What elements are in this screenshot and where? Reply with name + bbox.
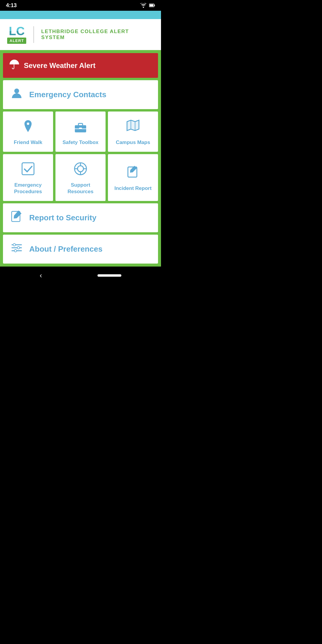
- home-indicator[interactable]: [97, 274, 121, 277]
- location-pin-icon: [21, 119, 35, 136]
- report-security-button[interactable]: Report to Security: [3, 203, 158, 232]
- toolbox-icon: [73, 119, 88, 136]
- status-icons: [140, 3, 155, 8]
- umbrella-icon: [9, 59, 20, 72]
- svg-point-3: [14, 89, 19, 93]
- emergency-procedures-label: Emergency Procedures: [7, 182, 49, 195]
- safety-toolbox-button[interactable]: Safety Toolbox: [55, 112, 106, 152]
- checkbox-icon: [21, 161, 35, 178]
- map-icon: [126, 119, 140, 136]
- emergency-contacts-button[interactable]: Emergency Contacts: [3, 80, 158, 109]
- edit-icon: [126, 165, 140, 182]
- app-screen: 4:13 LC ALERT LETHBRIDGE COLLEGE ALERT S…: [0, 0, 161, 284]
- about-preferences-label: About / Preferences: [29, 244, 103, 254]
- emergency-procedures-button[interactable]: Emergency Procedures: [3, 154, 53, 201]
- logo-box: LC ALERT: [7, 25, 26, 44]
- sliders-icon: [10, 241, 23, 257]
- svg-point-9: [78, 166, 83, 172]
- lifesaver-icon: [73, 161, 88, 178]
- grid-section: Friend Walk Safety Toolbox: [3, 112, 158, 201]
- status-time: 4:13: [6, 2, 17, 9]
- main-content: Severe Weather Alert Emergency Contacts: [0, 50, 161, 267]
- app-title: LETHBRIDGE COLLEGE ALERT SYSTEM: [41, 29, 154, 41]
- report-edit-icon: [10, 210, 23, 226]
- wifi-icon: [140, 3, 147, 8]
- svg-rect-2: [150, 4, 154, 7]
- logo-divider: [33, 26, 34, 43]
- friend-walk-button[interactable]: Friend Walk: [3, 112, 53, 152]
- support-resources-label: Support Resources: [59, 182, 102, 195]
- emergency-contacts-label: Emergency Contacts: [29, 90, 106, 99]
- alert-banner[interactable]: Severe Weather Alert: [3, 53, 158, 78]
- campus-maps-label: Campus Maps: [116, 139, 150, 146]
- status-bar: 4:13: [0, 0, 161, 11]
- logo-lc: LC: [9, 25, 25, 37]
- person-icon: [10, 87, 23, 103]
- svg-rect-1: [154, 5, 155, 6]
- svg-rect-7: [22, 163, 34, 175]
- safety-toolbox-label: Safety Toolbox: [63, 139, 99, 146]
- logo-container: LC ALERT LETHBRIDGE COLLEGE ALERT SYSTEM: [7, 25, 154, 44]
- accent-bar: [0, 11, 161, 19]
- report-security-label: Report to Security: [29, 213, 96, 222]
- friend-walk-label: Friend Walk: [14, 139, 42, 146]
- svg-point-19: [13, 244, 16, 246]
- svg-point-21: [14, 250, 17, 252]
- about-preferences-button[interactable]: About / Preferences: [3, 235, 158, 264]
- support-resources-button[interactable]: Support Resources: [55, 154, 106, 201]
- campus-maps-button[interactable]: Campus Maps: [108, 112, 158, 152]
- bottom-nav-bar: ‹: [0, 267, 161, 284]
- logo-alert-badge: ALERT: [7, 38, 26, 44]
- header: LC ALERT LETHBRIDGE COLLEGE ALERT SYSTEM: [0, 19, 161, 50]
- incident-report-button[interactable]: Incident Report: [108, 154, 158, 201]
- battery-icon: [149, 3, 155, 7]
- back-button[interactable]: ‹: [40, 271, 42, 280]
- incident-report-label: Incident Report: [114, 185, 152, 192]
- svg-point-20: [17, 247, 20, 249]
- alert-text: Severe Weather Alert: [24, 61, 95, 70]
